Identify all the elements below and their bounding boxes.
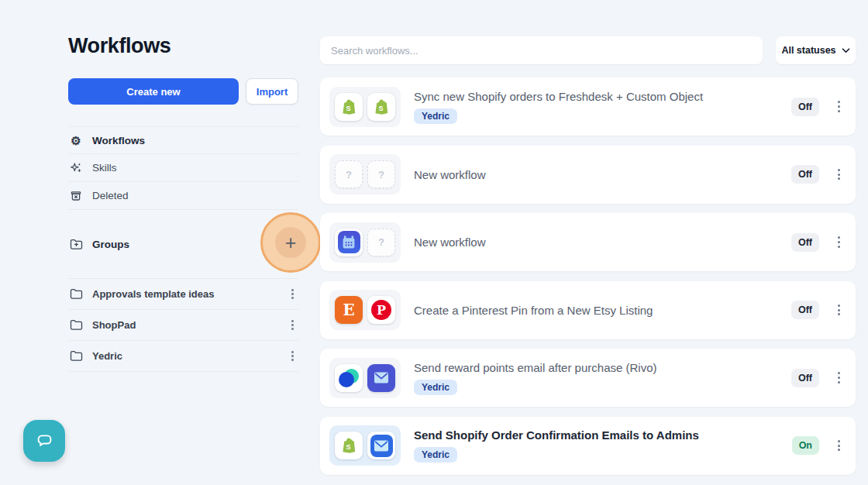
- folder-icon: [68, 288, 84, 300]
- kebab-menu-icon[interactable]: [833, 232, 845, 252]
- folder-label: ShopPad: [92, 319, 136, 331]
- folder-item-yedric[interactable]: Yedric: [68, 341, 298, 372]
- folder-item-approvals-template-ideas[interactable]: Approvals template ideas: [68, 279, 298, 310]
- search-input[interactable]: [320, 36, 763, 64]
- kebab-menu-icon[interactable]: [833, 97, 845, 116]
- workflow-app-icons: S: [329, 425, 401, 466]
- kebab-menu-icon[interactable]: [287, 316, 298, 335]
- shopify-icon: S: [335, 93, 363, 121]
- unknown-app-icon: ?: [367, 160, 395, 188]
- workflow-row[interactable]: ?? New workflow Off: [320, 146, 856, 204]
- workflow-app-icons: EP: [329, 290, 401, 330]
- workflow-title: Create a Pinterest Pin from a New Etsy L…: [414, 304, 653, 317]
- folder-icon: [68, 350, 84, 362]
- workflow-title: Sync new Shopify orders to Freshdesk + C…: [414, 90, 703, 103]
- page-title: Workflows: [68, 34, 298, 58]
- workflow-title: New workflow: [414, 168, 486, 181]
- workflow-app-icons: ??: [329, 154, 401, 194]
- workflow-status-badge[interactable]: Off: [791, 301, 819, 319]
- help-chat-button[interactable]: [23, 420, 65, 462]
- folder-label: Yedric: [92, 350, 122, 362]
- workflow-app-icons: SS: [329, 87, 401, 127]
- etsy-icon: E: [335, 296, 363, 324]
- sidebar-item-deleted[interactable]: Deleted: [68, 182, 298, 210]
- group-folder-list: Approvals template ideas ShopPad Yedric: [68, 279, 298, 372]
- sidebar-nav: ⚙ Workflows Skills Deleted: [68, 126, 298, 210]
- workflow-status-badge[interactable]: Off: [791, 233, 819, 252]
- unknown-app-icon: ?: [335, 160, 363, 188]
- workflow-title: New workflow: [414, 236, 486, 249]
- sidebar-item-label: Workflows: [92, 135, 145, 146]
- workflow-title: Send reward points email after purchase …: [414, 361, 656, 374]
- workflow-row[interactable]: Send reward points email after purchase …: [320, 349, 856, 407]
- add-group-button[interactable]: +: [275, 227, 306, 258]
- workflow-group-badge: Yedric: [414, 108, 457, 124]
- kebab-menu-icon[interactable]: [833, 301, 845, 320]
- workflow-group-badge: Yedric: [414, 380, 457, 395]
- trash-icon: [68, 190, 84, 202]
- create-new-button[interactable]: Create new: [68, 78, 239, 105]
- workflow-row[interactable]: ? New workflow Off: [320, 213, 856, 271]
- kebab-menu-icon[interactable]: [833, 165, 845, 184]
- rivo-icon: [335, 364, 363, 392]
- status-filter-label: All statuses: [781, 45, 835, 56]
- workflow-status-badge[interactable]: Off: [791, 369, 819, 387]
- svg-text:S: S: [346, 104, 350, 112]
- kebab-menu-icon[interactable]: [833, 368, 845, 387]
- kebab-menu-icon[interactable]: [833, 436, 845, 456]
- unknown-app-icon: ?: [367, 229, 395, 256]
- folder-label: Approvals template ideas: [92, 288, 215, 300]
- pinterest-icon: P: [367, 296, 395, 324]
- sidebar-item-skills[interactable]: Skills: [68, 154, 298, 182]
- workflow-app-icons: ?: [329, 222, 401, 263]
- sidebar-item-label: Skills: [92, 162, 117, 174]
- workflow-group-badge: Yedric: [414, 447, 457, 463]
- email-blue-icon: [367, 432, 395, 459]
- svg-text:S: S: [378, 104, 383, 112]
- workflow-status-badge[interactable]: Off: [791, 98, 819, 116]
- import-button[interactable]: Import: [246, 78, 298, 105]
- svg-text:S: S: [346, 443, 350, 451]
- shopify-icon: S: [335, 432, 363, 459]
- workflow-status-badge[interactable]: Off: [791, 165, 819, 184]
- chevron-down-icon: [842, 48, 850, 53]
- chat-bubble-icon: [34, 431, 55, 452]
- gear-icon: ⚙: [68, 135, 84, 146]
- workflow-title: Send Shopify Order Confirmation Emails t…: [414, 428, 699, 442]
- sidebar: Workflows Create new Import ⚙ Workflows …: [68, 34, 298, 372]
- workflow-row[interactable]: S Send Shopify Order Confirmation Emails…: [320, 417, 856, 475]
- shopify-icon: S: [367, 93, 395, 121]
- kebab-menu-icon[interactable]: [287, 347, 298, 366]
- groups-label: Groups: [92, 239, 129, 250]
- calendar-icon: [335, 229, 363, 256]
- workflow-list: SS Sync new Shopify orders to Freshdesk …: [320, 77, 856, 484]
- email-indigo-icon: [367, 364, 395, 392]
- sparkles-icon: [68, 162, 84, 174]
- folder-icon: [68, 319, 84, 331]
- status-filter-dropdown[interactable]: All statuses: [776, 36, 856, 64]
- folder-plus-icon: [68, 239, 84, 250]
- sidebar-item-label: Deleted: [92, 190, 129, 201]
- workflow-status-badge[interactable]: On: [792, 436, 819, 455]
- workflow-app-icons: [329, 358, 401, 398]
- workflow-row[interactable]: EP Create a Pinterest Pin from a New Ets…: [320, 281, 856, 339]
- folder-item-shoppad[interactable]: ShopPad: [68, 310, 298, 341]
- click-indicator-highlight: +: [260, 212, 321, 273]
- sidebar-item-workflows[interactable]: ⚙ Workflows: [68, 126, 298, 154]
- kebab-menu-icon[interactable]: [287, 285, 298, 304]
- workflow-row[interactable]: SS Sync new Shopify orders to Freshdesk …: [320, 77, 856, 136]
